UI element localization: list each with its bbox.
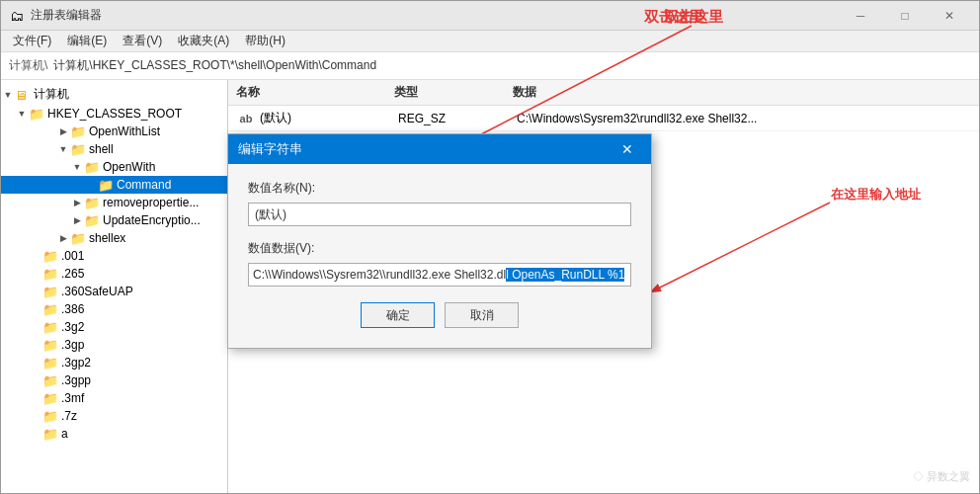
dialog-name-input[interactable] (248, 203, 631, 226)
dialog-data-text-before: C:\\Windows\\Sysrem32\\rundll32.exe Shel… (253, 268, 506, 282)
dialog-title-bar: 编辑字符串 ✕ (228, 134, 651, 164)
dialog-data-input-container[interactable]: C:\\Windows\\Sysrem32\\rundll32.exe Shel… (248, 263, 631, 287)
dialog-data-label: 数值数据(V): (248, 240, 631, 257)
dialog-data-text-selected: l OpenAs_RunDLL %1 (506, 268, 624, 282)
dialog-content: 数值名称(N): 数值数据(V): C:\\Windows\\Sysrem32\… (228, 164, 651, 348)
edit-string-dialog: 编辑字符串 ✕ 数值名称(N): 数值数据(V): C:\\Windows\\S… (227, 133, 652, 349)
dialog-buttons: 确定 取消 (248, 302, 631, 332)
dialog-title: 编辑字符串 (238, 140, 613, 158)
dialog-name-label: 数值名称(N): (248, 180, 631, 197)
dialog-cancel-button[interactable]: 取消 (445, 302, 519, 328)
dialog-overlay: 编辑字符串 ✕ 数值名称(N): 数值数据(V): C:\\Windows\\S… (0, 0, 980, 494)
dialog-ok-button[interactable]: 确定 (361, 302, 435, 328)
dialog-close-button[interactable]: ✕ (613, 135, 641, 163)
